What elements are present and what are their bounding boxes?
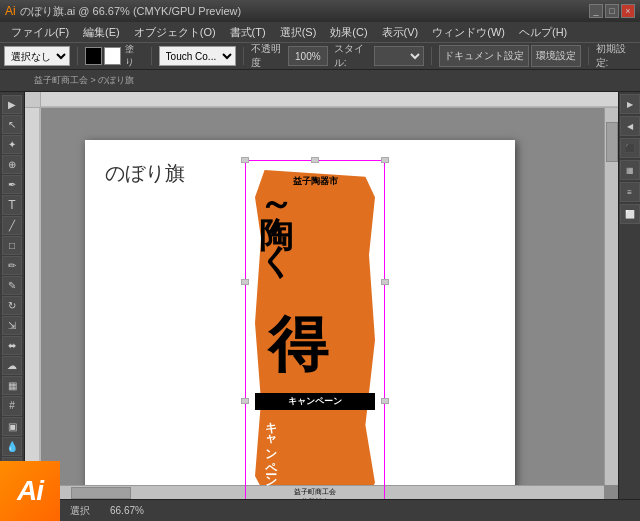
clip-handle-mr[interactable]: [381, 279, 389, 285]
tool-lasso[interactable]: ⊕: [2, 155, 22, 174]
clip-handle-ml2[interactable]: [241, 398, 249, 404]
stroke-color-box[interactable]: [85, 47, 102, 65]
ai-logo-text: Ai: [17, 475, 43, 507]
app-icon: Ai: [5, 4, 16, 18]
title-bar: Ai のぼり旗.ai @ 66.67% (CMYK/GPU Preview) _…: [0, 0, 640, 22]
fill-color-box[interactable]: [104, 47, 121, 65]
ruler-left: [25, 92, 41, 483]
right-panel-tool-5[interactable]: ≡: [620, 182, 640, 202]
maximize-button[interactable]: □: [605, 4, 619, 18]
zoom-level: 66.67%: [110, 505, 144, 516]
tool-gradient[interactable]: ▣: [2, 417, 22, 436]
tool-blend[interactable]: ⬌: [2, 336, 22, 355]
ruler-left-svg: [25, 92, 41, 483]
window-controls[interactable]: _ □ ×: [589, 4, 635, 18]
opacity-label: 不透明度: [251, 42, 286, 70]
selection-label: 選択: [70, 504, 90, 518]
scrollbar-h-thumb[interactable]: [71, 487, 131, 499]
opacity-input[interactable]: [288, 46, 328, 66]
color-section: 塗り: [85, 43, 144, 69]
tool-paintbrush[interactable]: ✏: [2, 256, 22, 275]
selection-section: 選択なし: [4, 46, 70, 66]
style-dropdown[interactable]: [374, 46, 424, 66]
scrollbar-v-thumb[interactable]: [606, 122, 618, 162]
bottom-bar: 選択 66.67%: [0, 499, 640, 521]
ruler-top-svg: for(let i=0;i<20;i++){ document.currentS…: [41, 92, 618, 108]
tool-select[interactable]: ▶: [2, 95, 22, 114]
initial-label: 初期設定:: [596, 42, 637, 70]
style-label: スタイル:: [334, 42, 372, 70]
tool-mesh[interactable]: #: [2, 396, 22, 415]
svg-rect-0: [41, 92, 618, 108]
canvas-area[interactable]: for(let i=0;i<20;i++){ document.currentS…: [25, 92, 618, 499]
separator-2: [151, 47, 152, 65]
clip-handle-tc[interactable]: [311, 157, 319, 163]
menu-edit[interactable]: 編集(E): [77, 24, 126, 41]
menu-effect[interactable]: 効果(C): [324, 24, 373, 41]
menu-window[interactable]: ウィンドウ(W): [426, 24, 511, 41]
doc-settings-section: ドキュメント設定 環境設定: [439, 45, 581, 67]
separator-1: [77, 47, 78, 65]
touch-section: Touch Co...: [159, 46, 236, 66]
right-panel-tool-3[interactable]: ⬛: [620, 138, 640, 158]
initial-settings-section: 初期設定:: [596, 42, 637, 70]
canvas-title: のぼり旗: [105, 160, 185, 187]
title-bar-left: Ai のぼり旗.ai @ 66.67% (CMYK/GPU Preview): [5, 4, 241, 19]
main-layout: ▶ ↖ ✦ ⊕ ✒ T ╱ □ ✏ ✎ ↻ ⇲ ⬌ ☁ ▦ # ▣ 💧 🔍 ✋: [0, 92, 640, 499]
nobori-container[interactable]: 益子陶器市 陶～く 得 キャンペーン キャンペーン 益子町: [245, 160, 385, 499]
clip-handle-mr2[interactable]: [381, 398, 389, 404]
tool-pencil[interactable]: ✎: [2, 276, 22, 295]
ai-logo: Ai: [0, 461, 60, 521]
tool-column-graph[interactable]: ▦: [2, 376, 22, 395]
opacity-section: 不透明度 スタイル:: [251, 42, 424, 70]
ruler-top: for(let i=0;i<20;i++){ document.currentS…: [41, 92, 618, 108]
clip-handle-tr[interactable]: [381, 157, 389, 163]
tool-symbol-spray[interactable]: ☁: [2, 356, 22, 375]
breadcrumb-path: 益子町商工会 > のぼり旗: [34, 74, 134, 87]
minimize-button[interactable]: _: [589, 4, 603, 18]
menu-file[interactable]: ファイル(F): [5, 24, 75, 41]
menu-format[interactable]: 書式(T): [224, 24, 272, 41]
tool-magic-wand[interactable]: ✦: [2, 135, 22, 154]
menu-select[interactable]: 選択(S): [274, 24, 323, 41]
separator-5: [588, 47, 589, 65]
tool-rotate[interactable]: ↻: [2, 296, 22, 315]
right-panel-tool-1[interactable]: ▶: [620, 94, 640, 114]
right-panel-tool-6[interactable]: ⬜: [620, 204, 640, 224]
selection-dropdown[interactable]: 選択なし: [4, 46, 70, 66]
menu-help[interactable]: ヘルプ(H): [513, 24, 573, 41]
preferences-button[interactable]: 環境設定: [531, 45, 581, 67]
separator-4: [431, 47, 432, 65]
menu-object[interactable]: オブジェクト(O): [128, 24, 222, 41]
tool-line[interactable]: ╱: [2, 216, 22, 235]
clip-handle-ml[interactable]: [241, 279, 249, 285]
scrollbar-vertical[interactable]: [604, 108, 618, 485]
separator-3: [243, 47, 244, 65]
clip-handle-tl[interactable]: [241, 157, 249, 163]
tool-rectangle[interactable]: □: [2, 236, 22, 255]
stroke-label: 塗り: [125, 43, 142, 69]
right-panel-tool-4[interactable]: ▦: [620, 160, 640, 180]
doc-settings-button[interactable]: ドキュメント設定: [439, 45, 529, 67]
tool-pen[interactable]: ✒: [2, 175, 22, 194]
right-panel: ▶ ◀ ⬛ ▦ ≡ ⬜: [618, 92, 640, 499]
tool-eyedropper[interactable]: 💧: [2, 437, 22, 456]
tool-scale[interactable]: ⇲: [2, 316, 22, 335]
selection-border: [245, 160, 385, 499]
touch-mode-dropdown[interactable]: Touch Co...: [159, 46, 236, 66]
window-title: のぼり旗.ai @ 66.67% (CMYK/GPU Preview): [20, 4, 241, 19]
close-button[interactable]: ×: [621, 4, 635, 18]
menu-view[interactable]: 表示(V): [376, 24, 425, 41]
svg-rect-4: [25, 92, 41, 483]
main-toolbar: 選択なし 塗り Touch Co... 不透明度 スタイル: ドキュメント設定 …: [0, 42, 640, 70]
tool-direct-select[interactable]: ↖: [2, 115, 22, 134]
ruler-corner: [25, 92, 41, 108]
artboard: のぼり旗: [85, 140, 515, 499]
menu-bar: ファイル(F) 編集(E) オブジェクト(O) 書式(T) 選択(S) 効果(C…: [0, 22, 640, 42]
tool-text[interactable]: T: [2, 195, 22, 214]
right-panel-tool-2[interactable]: ◀: [620, 116, 640, 136]
toolbox: ▶ ↖ ✦ ⊕ ✒ T ╱ □ ✏ ✎ ↻ ⇲ ⬌ ☁ ▦ # ▣ 💧 🔍 ✋: [0, 92, 25, 499]
breadcrumb-toolbar: 益子町商工会 > のぼり旗: [0, 70, 640, 92]
